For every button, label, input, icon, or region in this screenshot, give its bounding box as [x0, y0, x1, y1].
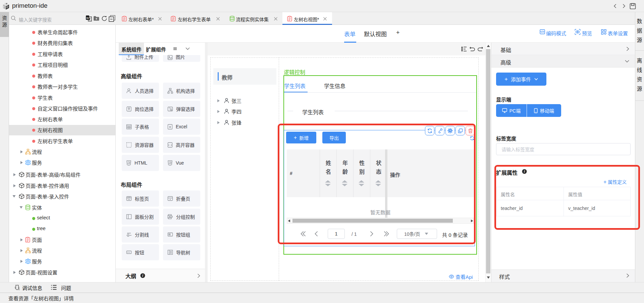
svg-text:i: i — [142, 274, 143, 277]
svg-text:BTN: BTN — [169, 234, 171, 235]
svg-text:Tab: Tab — [127, 198, 130, 200]
svg-text:in: in — [86, 16, 89, 19]
svg-text:BTN: BTN — [127, 252, 130, 253]
